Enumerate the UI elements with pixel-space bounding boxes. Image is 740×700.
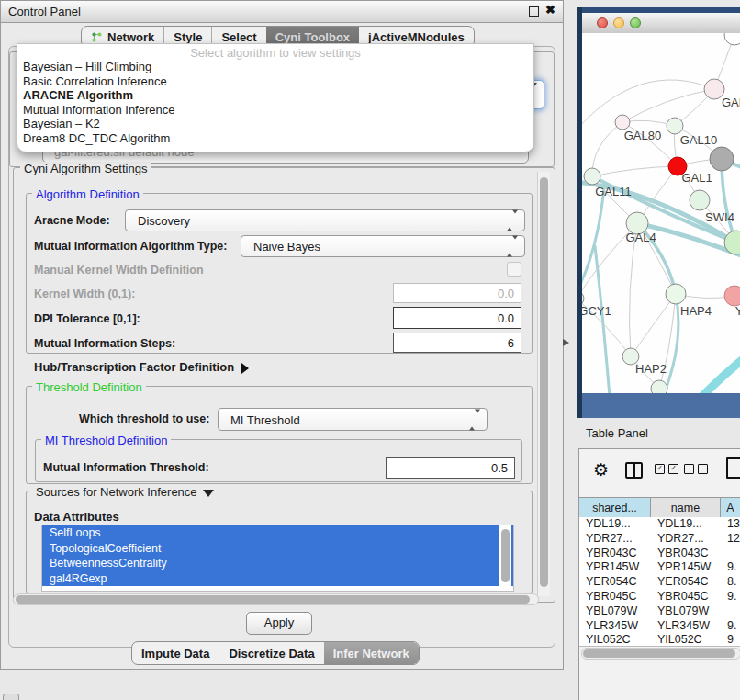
tab-infer-network[interactable]: Infer Network [324, 642, 419, 664]
attribute-item-selfloops[interactable]: SelfLoops [42, 525, 513, 541]
table-row[interactable]: YER054CYER054C8. [579, 575, 740, 590]
table-cell: YBR043C [579, 547, 651, 561]
network-edge [722, 159, 736, 243]
checked-pair-icon[interactable]: ✓✓ [655, 464, 678, 474]
expand-right-icon [241, 363, 249, 374]
table-cell: YIL052C [579, 633, 651, 647]
network-node[interactable] [651, 380, 667, 393]
table-cell: 8. [721, 575, 740, 590]
column-header-a[interactable]: A [721, 498, 740, 518]
table-row[interactable]: YPR145WYPR145W9. [579, 560, 740, 575]
kernel-width-input[interactable]: 0.0 [393, 283, 521, 303]
attributes-list-scrollbar[interactable] [499, 525, 511, 589]
column-header-shared[interactable]: shared... [579, 498, 651, 518]
data-attributes-list: SelfLoopsTopologicalCoefficientBetweenne… [41, 525, 514, 592]
close-window-icon[interactable]: ✖ [545, 3, 555, 17]
settings-horizontal-scrollbar[interactable] [13, 593, 539, 605]
attribute-item-topologicalcoefficient[interactable]: TopologicalCoefficient [42, 541, 513, 557]
algorithm-option-bayesian-k2[interactable]: Bayesian – K2 [21, 117, 530, 131]
network-node-gal10[interactable] [667, 118, 683, 134]
algorithm-option-aracne-algorithm[interactable]: ARACNE Algorithm [21, 88, 530, 103]
tab-label: Cyni Toolbox [275, 30, 350, 44]
table-cell: YIL052C [651, 633, 721, 647]
network-node[interactable] [724, 33, 740, 45]
apply-button[interactable]: Apply [246, 612, 312, 635]
settings-vertical-scrollbar[interactable] [537, 172, 550, 596]
which-threshold-label: Which threshold to use: [79, 412, 209, 425]
algorithm-option-mutual-information-inference[interactable]: Mutual Information Inference [21, 103, 530, 118]
collapsed-panel-button[interactable] [3, 694, 19, 700]
table-cell [721, 604, 740, 619]
node-label-gal11: GAL11 [595, 185, 632, 198]
settings-scrollbar-thumb[interactable] [540, 177, 548, 587]
node-label-gal80: GAL80 [624, 129, 661, 142]
network-canvas[interactable]: GALGAL80GAL10GAL1GAL11SWI4GAL4GCY1HAP4YH… [582, 33, 740, 393]
float-window-icon[interactable] [529, 6, 539, 17]
settings-hscrollbar-thumb[interactable] [16, 595, 530, 604]
sources-group-title[interactable]: Sources for Network Inference [32, 485, 218, 499]
table-row[interactable]: YIL052CYIL052C9 [579, 633, 740, 647]
kernel-width-label: Kernel Width (0,1): [34, 288, 135, 300]
which-threshold-value: MI Threshold [230, 412, 300, 426]
network-node-swi4[interactable] [690, 190, 710, 210]
network-node-y[interactable] [724, 286, 740, 306]
mi-steps-label: Mutual Information Steps: [34, 337, 175, 350]
table-cell: YBL079W [579, 604, 651, 619]
table-horizontal-scrollbar[interactable] [581, 648, 740, 660]
minimize-traffic-light-icon[interactable] [613, 17, 624, 28]
table-hscrollbar-thumb[interactable] [583, 649, 735, 658]
dpi-tolerance-input[interactable]: 0.0 [393, 307, 521, 329]
tab-discretize-data[interactable]: Discretize Data [219, 642, 323, 664]
network-window-titlebar[interactable] [582, 13, 740, 34]
network-view-window: GALGAL80GAL10GAL1GAL11SWI4GAL4GCY1HAP4YH… [577, 7, 740, 418]
mi-threshold-input[interactable]: 0.5 [386, 457, 515, 479]
attribute-item-betweennesscentrality[interactable]: BetweennessCentrality [42, 556, 513, 571]
table-cell: 9. [721, 560, 740, 575]
aracne-mode-select[interactable]: Discovery [125, 209, 525, 231]
attribute-item-gal4rgexp[interactable]: gal4RGexp [42, 571, 513, 587]
columns-icon[interactable] [625, 462, 643, 479]
table-row[interactable]: YDL19...YDL19...13 [579, 517, 740, 532]
stepper-arrows-icon [507, 240, 518, 254]
table-row[interactable]: YDR27...YDR27...12 [579, 532, 740, 547]
zoom-traffic-light-icon[interactable] [630, 17, 641, 28]
mi-algorithm-type-select[interactable]: Naive Bayes [241, 235, 525, 257]
network-node-gal80[interactable] [615, 115, 630, 130]
control-panel-titlebar: Control Panel ✖ [1, 1, 563, 23]
network-node[interactable] [710, 147, 734, 171]
algorithm-option-dream8-dc-tdc-algorithm[interactable]: Dream8 DC_TDC Algorithm [21, 131, 530, 146]
mi-steps-input[interactable]: 6 [393, 333, 521, 353]
algorithm-option-basic-correlation-inference[interactable]: Basic Correlation Inference [21, 74, 530, 89]
table-cell: 13 [721, 517, 740, 532]
manual-kernel-width-checkbox[interactable] [507, 262, 521, 277]
table-cell: YBR045C [651, 590, 721, 604]
table-cell: YDL19... [579, 517, 651, 532]
stepper-arrows-icon [469, 412, 480, 426]
network-edge [582, 80, 714, 136]
unchecked-pair-icon[interactable] [684, 464, 708, 474]
attributes-scrollbar-thumb[interactable] [501, 529, 510, 582]
network-edge [622, 89, 714, 122]
network-edge [592, 166, 678, 176]
table-row[interactable]: YBR045CYBR045C9. [579, 590, 740, 604]
gear-icon[interactable]: ⚙ [593, 459, 609, 480]
hub-definition-toggle[interactable]: Hub/Transcription Factor Definition [34, 360, 249, 374]
table-cell: YBR043C [651, 547, 721, 561]
network-node-hap4[interactable] [666, 284, 686, 304]
column-header-name[interactable]: name [651, 498, 721, 518]
table-row[interactable]: YBR043CYBR043C [579, 547, 740, 561]
table-row[interactable]: YBL079WYBL079W [579, 604, 740, 619]
table-cell: YPR145W [651, 560, 721, 575]
algorithm-option-bayesian-hill-climbing[interactable]: Bayesian – Hill Climbing [21, 60, 530, 74]
close-traffic-light-icon[interactable] [597, 17, 608, 28]
table-cell: YBR045C [579, 590, 651, 604]
tab-impute-data[interactable]: Impute Data [132, 642, 219, 664]
tab-label: Infer Network [333, 647, 409, 660]
node-label-y: Y [735, 304, 740, 318]
tab-label: Select [221, 30, 256, 44]
document-icon[interactable] [726, 457, 740, 479]
table-row[interactable]: YLR345WYLR345W9. [579, 619, 740, 634]
network-node-gal11[interactable] [584, 168, 600, 185]
table-header-row: shared...nameA [579, 497, 740, 519]
which-threshold-select[interactable]: MI Threshold [218, 408, 488, 431]
